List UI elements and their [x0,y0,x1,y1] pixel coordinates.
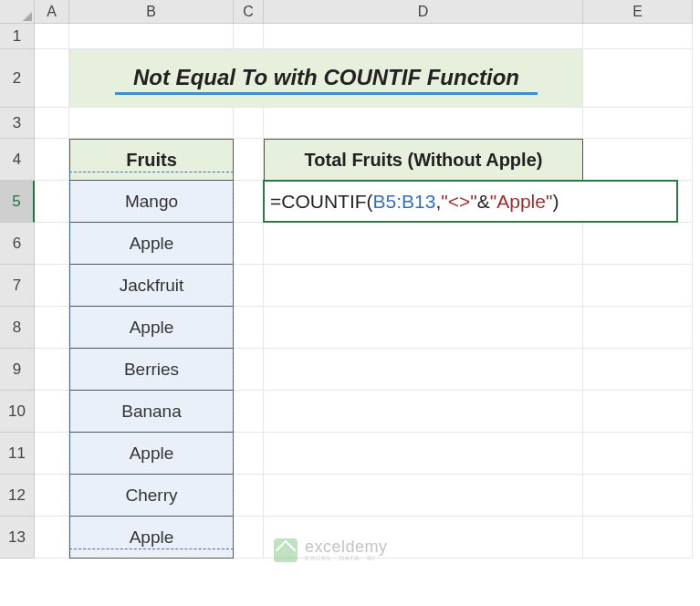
cell-E9[interactable] [583,349,693,391]
cell-E1[interactable] [583,24,693,49]
cell-D1[interactable] [264,24,583,49]
formula-cell[interactable]: =COUNTIF(B5:B13,"<>"&"Apple") [264,181,583,223]
formula-suffix: ) [552,191,559,213]
cell-E2[interactable] [583,49,693,108]
cell-E4[interactable] [583,139,693,181]
cell-A13[interactable] [35,517,69,559]
fruit-row-6[interactable]: Apple [69,433,234,475]
fruit-row-0[interactable]: Mango [69,181,234,223]
cell-D13[interactable] [264,517,583,559]
formula-amp: & [477,191,490,213]
cell-A7[interactable] [35,265,69,307]
cell-C12[interactable] [234,475,264,517]
cell-E3[interactable] [583,108,693,139]
cell-C4[interactable] [234,139,264,181]
fruits-header[interactable]: Fruits [69,139,234,181]
cell-D8[interactable] [264,307,583,349]
cell-B3[interactable] [69,108,234,139]
cell-A9[interactable] [35,349,69,391]
row-header-5[interactable]: 5 [0,181,35,223]
fruit-row-8[interactable]: Apple [69,517,234,559]
col-header-D[interactable]: D [264,0,583,24]
col-header-C[interactable]: C [234,0,264,24]
cell-C6[interactable] [234,223,264,265]
cell-C5[interactable] [234,181,264,223]
col-header-E[interactable]: E [583,0,693,24]
cell-E6[interactable] [583,223,693,265]
cell-D6[interactable] [264,223,583,265]
fruit-row-1[interactable]: Apple [69,223,234,265]
formula-str2: "Apple" [490,191,553,213]
cell-A4[interactable] [35,139,69,181]
cell-E13[interactable] [583,517,693,559]
row-header-7[interactable]: 7 [0,265,35,307]
spreadsheet-grid[interactable]: A B C D E 1 2 Not Equal To with COUNTIF … [0,0,700,559]
cell-D9[interactable] [264,349,583,391]
cell-A5[interactable] [35,181,69,223]
page-title: Not Equal To with COUNTIF Function [115,62,538,95]
row-header-3[interactable]: 3 [0,108,35,139]
cell-C3[interactable] [234,108,264,139]
result-header[interactable]: Total Fruits (Without Apple) [264,139,583,181]
row-header-13[interactable]: 13 [0,517,35,559]
row-header-12[interactable]: 12 [0,475,35,517]
cell-C11[interactable] [234,433,264,475]
cell-C9[interactable] [234,349,264,391]
cell-E7[interactable] [583,265,693,307]
cell-C7[interactable] [234,265,264,307]
row-header-11[interactable]: 11 [0,433,35,475]
col-header-B[interactable]: B [69,0,234,24]
row-header-1[interactable]: 1 [0,24,35,49]
cell-B1[interactable] [69,24,234,49]
row-header-9[interactable]: 9 [0,349,35,391]
fruit-row-3[interactable]: Apple [69,307,234,349]
cell-A12[interactable] [35,475,69,517]
col-header-A[interactable]: A [35,0,69,24]
cell-E11[interactable] [583,433,693,475]
row-header-4[interactable]: 4 [0,139,35,181]
fruit-row-5[interactable]: Banana [69,391,234,433]
fruit-row-4[interactable]: Berries [69,349,234,391]
cell-D7[interactable] [264,265,583,307]
cell-D12[interactable] [264,475,583,517]
row-header-8[interactable]: 8 [0,307,35,349]
cell-A1[interactable] [35,24,69,49]
formula-prefix: =COUNTIF( [270,191,373,213]
cell-A10[interactable] [35,391,69,433]
cell-D10[interactable] [264,391,583,433]
cell-C8[interactable] [234,307,264,349]
cell-D3[interactable] [264,108,583,139]
cell-A3[interactable] [35,108,69,139]
cell-A2[interactable] [35,49,69,108]
cell-A6[interactable] [35,223,69,265]
row-header-10[interactable]: 10 [0,391,35,433]
cell-C1[interactable] [234,24,264,49]
cell-E12[interactable] [583,475,693,517]
formula-editor[interactable]: =COUNTIF(B5:B13,"<>"&"Apple") [263,180,678,223]
title-cell[interactable]: Not Equal To with COUNTIF Function [69,49,583,108]
cell-A8[interactable] [35,307,69,349]
row-header-2[interactable]: 2 [0,49,35,108]
fruit-row-2[interactable]: Jackfruit [69,265,234,307]
fruit-row-7[interactable]: Cherry [69,475,234,517]
cell-E8[interactable] [583,307,693,349]
cell-E10[interactable] [583,391,693,433]
cell-C10[interactable] [234,391,264,433]
cell-C13[interactable] [234,517,264,559]
select-all-corner[interactable] [0,0,35,24]
formula-ref: B5:B13 [373,191,436,213]
formula-str1: "<>" [441,191,476,213]
cell-A11[interactable] [35,433,69,475]
row-header-6[interactable]: 6 [0,223,35,265]
cell-D11[interactable] [264,433,583,475]
